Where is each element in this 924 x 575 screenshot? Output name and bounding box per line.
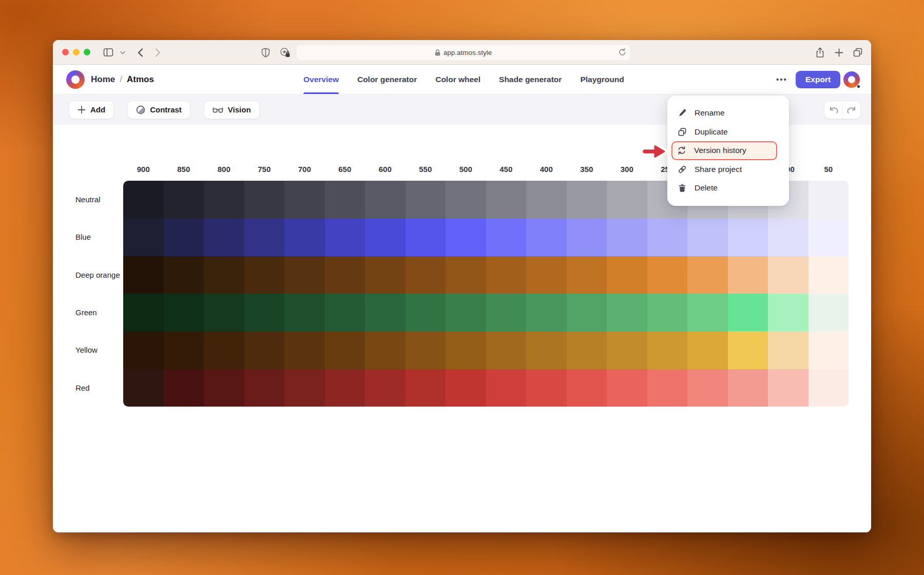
swatch-deep-orange-850[interactable]: [164, 256, 204, 294]
privacy-shield-icon[interactable]: [259, 46, 272, 59]
swatch-deep-orange-300[interactable]: [607, 256, 647, 294]
swatch-neutral-600[interactable]: [365, 181, 406, 218]
swatch-yellow-450[interactable]: [486, 331, 527, 369]
swatch-blue-500[interactable]: [446, 218, 486, 256]
swatch-blue-250[interactable]: [647, 218, 688, 256]
redo-button[interactable]: [842, 101, 860, 119]
swatch-neutral-450[interactable]: [486, 181, 527, 218]
swatch-red-350[interactable]: [567, 369, 607, 407]
more-options-button[interactable]: •••: [772, 65, 792, 94]
tab-shade-generator[interactable]: Shade generator: [499, 65, 562, 94]
swatch-green-750[interactable]: [244, 294, 285, 331]
swatch-red-750[interactable]: [244, 369, 285, 407]
swatch-yellow-700[interactable]: [284, 331, 325, 369]
share-icon[interactable]: [814, 46, 826, 59]
swatch-red-500[interactable]: [446, 369, 486, 407]
swatch-deep-orange-150[interactable]: [728, 256, 768, 294]
swatch-green-400[interactable]: [526, 294, 567, 331]
swatch-green-650[interactable]: [325, 294, 365, 331]
swatch-deep-orange-50[interactable]: [808, 256, 849, 294]
swatch-neutral-50[interactable]: [808, 181, 849, 218]
swatch-yellow-150[interactable]: [728, 331, 768, 369]
tab-overview-icon[interactable]: [852, 46, 864, 59]
swatch-blue-150[interactable]: [728, 218, 768, 256]
swatch-green-300[interactable]: [607, 294, 647, 331]
swatch-blue-200[interactable]: [687, 218, 728, 256]
swatch-yellow-50[interactable]: [808, 331, 849, 369]
swatch-green-500[interactable]: [446, 294, 486, 331]
swatch-deep-orange-700[interactable]: [284, 256, 325, 294]
tab-overview[interactable]: Overview: [303, 65, 339, 94]
menu-item-rename[interactable]: Rename: [667, 104, 789, 123]
swatch-yellow-200[interactable]: [687, 331, 728, 369]
swatch-red-600[interactable]: [365, 369, 406, 407]
swatch-yellow-600[interactable]: [365, 331, 406, 369]
menu-item-delete[interactable]: Delete: [667, 179, 789, 198]
back-icon[interactable]: [134, 46, 146, 59]
swatch-yellow-100[interactable]: [768, 331, 808, 369]
swatch-neutral-400[interactable]: [526, 181, 567, 218]
swatch-blue-100[interactable]: [768, 218, 808, 256]
swatch-red-250[interactable]: [647, 369, 688, 407]
tab-color-wheel[interactable]: Color wheel: [435, 65, 480, 94]
swatch-red-650[interactable]: [325, 369, 365, 407]
swatch-yellow-550[interactable]: [406, 331, 446, 369]
swatch-yellow-300[interactable]: [607, 331, 647, 369]
sidebar-toggle-icon[interactable]: [102, 46, 114, 59]
swatch-red-100[interactable]: [768, 369, 808, 407]
swatch-neutral-850[interactable]: [164, 181, 204, 218]
swatch-red-150[interactable]: [728, 369, 768, 407]
swatch-green-850[interactable]: [164, 294, 204, 331]
swatch-blue-900[interactable]: [123, 218, 164, 256]
swatch-green-800[interactable]: [204, 294, 244, 331]
swatch-green-100[interactable]: [768, 294, 808, 331]
swatch-deep-orange-600[interactable]: [365, 256, 406, 294]
swatch-red-450[interactable]: [486, 369, 527, 407]
swatch-neutral-800[interactable]: [204, 181, 244, 218]
add-button[interactable]: Add: [69, 101, 114, 119]
forward-icon[interactable]: [151, 46, 164, 59]
contrast-button[interactable]: Contrast: [127, 101, 190, 119]
atmos-logo-icon[interactable]: [66, 70, 85, 89]
export-button[interactable]: Export: [796, 71, 840, 88]
swatch-deep-orange-900[interactable]: [123, 256, 164, 294]
undo-button[interactable]: [824, 101, 842, 119]
menu-item-duplicate[interactable]: Duplicate: [667, 123, 789, 142]
swatch-deep-orange-400[interactable]: [526, 256, 567, 294]
swatch-blue-300[interactable]: [607, 218, 647, 256]
swatch-blue-350[interactable]: [567, 218, 607, 256]
swatch-yellow-750[interactable]: [244, 331, 285, 369]
swatch-yellow-800[interactable]: [204, 331, 244, 369]
swatch-green-50[interactable]: [808, 294, 849, 331]
tab-color-generator[interactable]: Color generator: [357, 65, 417, 94]
extension-lock-icon[interactable]: [279, 46, 291, 59]
swatch-yellow-350[interactable]: [567, 331, 607, 369]
tab-playground[interactable]: Playground: [580, 65, 624, 94]
swatch-green-700[interactable]: [284, 294, 325, 331]
swatch-blue-600[interactable]: [365, 218, 406, 256]
swatch-blue-400[interactable]: [526, 218, 567, 256]
swatch-yellow-250[interactable]: [647, 331, 688, 369]
swatch-neutral-700[interactable]: [284, 181, 325, 218]
swatch-red-850[interactable]: [164, 369, 204, 407]
swatch-red-400[interactable]: [526, 369, 567, 407]
swatch-blue-800[interactable]: [204, 218, 244, 256]
swatch-neutral-900[interactable]: [123, 181, 164, 218]
swatch-deep-orange-250[interactable]: [647, 256, 688, 294]
swatch-deep-orange-800[interactable]: [204, 256, 244, 294]
swatch-yellow-400[interactable]: [526, 331, 567, 369]
swatch-red-50[interactable]: [808, 369, 849, 407]
swatch-blue-50[interactable]: [808, 218, 849, 256]
swatch-neutral-500[interactable]: [446, 181, 486, 218]
swatch-yellow-500[interactable]: [446, 331, 486, 369]
swatch-blue-450[interactable]: [486, 218, 527, 256]
swatch-yellow-900[interactable]: [123, 331, 164, 369]
menu-item-version-history[interactable]: Version history: [671, 141, 777, 160]
close-window-button[interactable]: [62, 49, 69, 55]
new-tab-icon[interactable]: [833, 46, 845, 59]
swatch-green-350[interactable]: [567, 294, 607, 331]
swatch-yellow-850[interactable]: [164, 331, 204, 369]
swatch-blue-850[interactable]: [164, 218, 204, 256]
swatch-deep-orange-650[interactable]: [325, 256, 365, 294]
swatch-neutral-300[interactable]: [607, 181, 647, 218]
